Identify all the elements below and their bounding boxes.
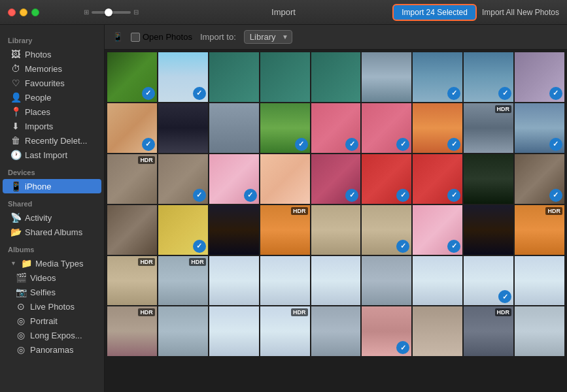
- photo-cell[interactable]: ✓: [515, 103, 564, 153]
- hdr-badge: HDR: [495, 105, 512, 113]
- photo-cell[interactable]: [158, 103, 208, 153]
- sidebar-item-imports[interactable]: ⬇ Imports: [3, 119, 101, 133]
- zoom-slider-thumb[interactable]: [105, 8, 112, 16]
- live-photos-icon: ⊙: [16, 301, 26, 312]
- photos-icon: 🖼: [10, 49, 21, 59]
- photo-cell[interactable]: ✓: [209, 154, 259, 204]
- photo-cell[interactable]: ✓: [362, 154, 411, 204]
- imports-icon: ⬇: [10, 121, 21, 131]
- close-button[interactable]: [8, 8, 16, 16]
- photo-cell[interactable]: [209, 306, 259, 356]
- photo-cell[interactable]: [413, 256, 462, 306]
- maximize-button[interactable]: [31, 8, 39, 16]
- sidebar-item-selfies[interactable]: 📷 Selfies: [3, 285, 101, 299]
- photo-cell[interactable]: HDR: [158, 256, 208, 306]
- sidebar-item-label: Media Types: [35, 259, 83, 269]
- photo-cell[interactable]: ✓: [413, 52, 462, 102]
- sidebar-item-label: iPhone: [25, 182, 51, 191]
- selected-check-badge: ✓: [345, 138, 358, 151]
- photo-cell[interactable]: ✓: [362, 205, 411, 255]
- selected-check-badge: ✓: [193, 87, 206, 100]
- sidebar-item-media-types[interactable]: ▼ 📁 Media Types: [3, 256, 101, 270]
- photo-cell[interactable]: [362, 52, 411, 102]
- sidebar-item-panoramas[interactable]: ◎ Panoramas: [3, 342, 101, 357]
- sidebar-item-iphone[interactable]: 📱 iPhone: [3, 179, 101, 193]
- sidebar-item-videos[interactable]: 🎬 Videos: [3, 270, 101, 285]
- photo-cell[interactable]: [464, 154, 513, 204]
- photo-cell[interactable]: ✓: [158, 52, 208, 102]
- sidebar-item-label: Memories: [25, 64, 62, 74]
- photo-cell[interactable]: [311, 306, 361, 356]
- photo-cell[interactable]: [209, 52, 259, 102]
- photo-cell[interactable]: ✓: [413, 154, 462, 204]
- sidebar-item-people[interactable]: 👤 People: [3, 90, 101, 105]
- photo-cell[interactable]: ✓: [107, 103, 157, 153]
- photo-cell[interactable]: [311, 52, 361, 102]
- selected-check-badge: ✓: [244, 189, 257, 202]
- selected-check-badge: ✓: [142, 138, 155, 151]
- hdr-badge: HDR: [495, 308, 512, 316]
- sidebar-item-recently-deleted[interactable]: 🗑 Recently Delet...: [3, 133, 101, 148]
- photo-cell[interactable]: HDR: [464, 103, 513, 153]
- devices-section-label: Devices: [0, 162, 104, 179]
- photo-cell[interactable]: ✓: [311, 154, 361, 204]
- photo-cell[interactable]: ✓: [515, 154, 564, 204]
- main-area: Library 🖼 Photos ⏱ Memories ♡ Favourites…: [0, 25, 567, 392]
- photo-cell[interactable]: [515, 306, 564, 356]
- photo-cell[interactable]: [260, 52, 310, 102]
- content-area: 📱 Open Photos Import to: Library Album ▼…: [105, 25, 567, 392]
- zoom-slider[interactable]: [92, 11, 131, 14]
- photo-cell[interactable]: ✓: [158, 205, 208, 255]
- photo-cell[interactable]: ✓: [362, 103, 411, 153]
- sidebar-item-shared-albums[interactable]: 📂 Shared Albums: [3, 225, 101, 239]
- photo-cell[interactable]: HDR: [107, 256, 157, 306]
- sidebar-item-last-import[interactable]: 🕐 Last Import: [3, 148, 101, 162]
- photo-cell[interactable]: ✓: [260, 103, 310, 153]
- sidebar-item-portrait[interactable]: ◎ Portrait: [3, 314, 101, 328]
- import-all-button[interactable]: Import All New Photos: [482, 8, 559, 17]
- photo-cell[interactable]: [413, 306, 462, 356]
- photo-cell[interactable]: ✓: [311, 103, 361, 153]
- sidebar-item-live-photos[interactable]: ⊙ Live Photos: [3, 299, 101, 314]
- photo-cell[interactable]: [362, 256, 411, 306]
- photo-cell[interactable]: ✓: [107, 52, 157, 102]
- photo-cell[interactable]: ✓: [464, 52, 513, 102]
- photo-cell[interactable]: [107, 205, 157, 255]
- sidebar-item-memories[interactable]: ⏱ Memories: [3, 61, 101, 76]
- import-to-select[interactable]: Library Album: [244, 30, 292, 44]
- photo-cell[interactable]: [158, 306, 208, 356]
- import-selected-button[interactable]: Import 24 Selected: [392, 4, 477, 21]
- photo-cell[interactable]: HDR: [107, 306, 157, 356]
- activity-icon: 📡: [10, 212, 21, 223]
- selected-check-badge: ✓: [295, 138, 308, 151]
- photo-cell[interactable]: ✓: [158, 154, 208, 204]
- photo-cell[interactable]: [260, 154, 310, 204]
- photo-cell[interactable]: [209, 205, 259, 255]
- photo-cell[interactable]: [209, 103, 259, 153]
- photo-cell[interactable]: HDR: [464, 306, 513, 356]
- photo-cell[interactable]: HDR: [260, 205, 310, 255]
- sidebar-item-long-exposure[interactable]: ◎ Long Expos...: [3, 328, 101, 342]
- sidebar-item-places[interactable]: 📍 Places: [3, 105, 101, 119]
- photo-cell[interactable]: ✓: [464, 256, 513, 306]
- photo-cell[interactable]: [209, 256, 259, 306]
- photo-cell[interactable]: ✓: [413, 205, 462, 255]
- photo-cell[interactable]: HDR: [107, 154, 157, 204]
- photo-cell[interactable]: [311, 205, 361, 255]
- photo-cell[interactable]: ✓: [413, 103, 462, 153]
- photo-cell[interactable]: [464, 205, 513, 255]
- photo-cell[interactable]: [260, 256, 310, 306]
- minimize-button[interactable]: [20, 8, 27, 16]
- sidebar-item-favourites[interactable]: ♡ Favourites: [3, 76, 101, 90]
- photo-cell[interactable]: ✓: [362, 306, 411, 356]
- photo-cell[interactable]: HDR: [515, 205, 564, 255]
- photo-cell[interactable]: [311, 256, 361, 306]
- photo-cell[interactable]: HDR: [260, 306, 310, 356]
- open-photos-checkbox[interactable]: [131, 33, 140, 42]
- hdr-badge: HDR: [138, 258, 155, 266]
- sidebar-item-photos[interactable]: 🖼 Photos: [3, 47, 101, 61]
- photo-cell[interactable]: ✓: [515, 52, 564, 102]
- sidebar-item-activity[interactable]: 📡 Activity: [3, 210, 101, 225]
- traffic-lights: [8, 8, 39, 16]
- photo-cell[interactable]: [515, 256, 564, 306]
